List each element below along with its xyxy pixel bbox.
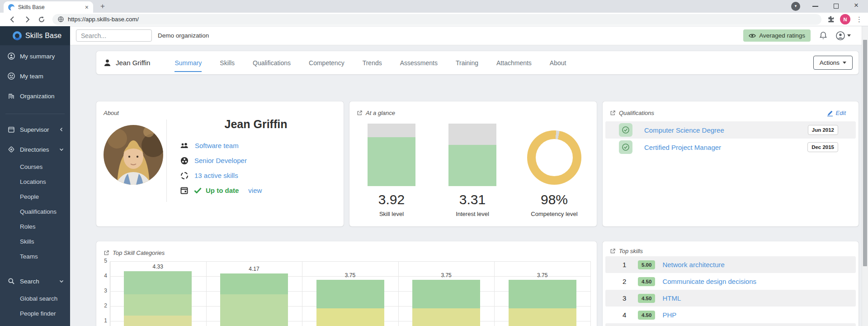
new-tab-button[interactable]: + [98, 1, 108, 11]
sidebar-item-directories[interactable]: Directories [0, 139, 70, 159]
role-row: Senior Developer [174, 153, 338, 168]
top-skills-title: Top skills [610, 248, 643, 254]
skills-base-logo-icon [13, 31, 22, 40]
role-link[interactable]: Senior Developer [194, 157, 247, 164]
interest-level-value: 3.31 [459, 192, 486, 207]
sidebar-item-organization[interactable]: Organization [0, 86, 70, 106]
calendar-icon [180, 187, 188, 194]
check-icon [194, 187, 202, 193]
skills-row: 13 active skills [174, 168, 338, 183]
profile-tabs: Summary Skills Qualifications Competency… [175, 51, 566, 74]
chevron-down-icon [59, 279, 64, 283]
top-skills-list: 1 5.00 Network architecture 2 4.50 Commu… [605, 256, 856, 326]
scrollbar-thumb[interactable] [863, 40, 867, 266]
tab-training[interactable]: Training [456, 51, 478, 74]
sidebar-item-search[interactable]: Search [0, 271, 70, 291]
top-skill-row: 2 4.50 Communicate design decisions [605, 273, 856, 290]
calendar-icon [8, 126, 15, 133]
browser-menu-icon[interactable]: ⋮ [856, 15, 863, 24]
url-field[interactable]: https://app.skills-base.com/ [52, 14, 821, 25]
averaged-ratings-button[interactable]: Averaged ratings [743, 29, 811, 42]
reload-icon[interactable] [38, 15, 46, 24]
tab-summary[interactable]: Summary [175, 51, 202, 74]
view-link[interactable]: view [248, 187, 262, 194]
tab-attachments[interactable]: Attachments [496, 51, 532, 74]
tab-about[interactable]: About [550, 51, 566, 74]
gauge-bar [448, 124, 496, 186]
sidebar-spacer [0, 264, 70, 271]
brand[interactable]: Skills Base [0, 26, 70, 45]
skill-rank: 4 [623, 311, 632, 319]
chart-bar-value: 3.75 [509, 272, 576, 278]
forward-icon[interactable] [23, 15, 31, 24]
edit-qualifications-link[interactable]: Edit [827, 110, 846, 116]
browser-update-icon[interactable]: ▾ [791, 2, 800, 11]
window-close-button[interactable]: × [854, 1, 859, 10]
chart-bar-segment [124, 271, 192, 294]
team-circle-icon [8, 72, 15, 80]
tab-close-icon[interactable]: × [85, 4, 89, 10]
tab-assessments[interactable]: Assessments [400, 51, 438, 74]
tab-qualifications[interactable]: Qualifications [253, 51, 291, 74]
chart-bar-segment [509, 280, 576, 308]
skill-link[interactable]: PHP [662, 311, 676, 319]
qualification-link[interactable]: Certified Project Manager [644, 144, 721, 151]
sidebar-item-people-finder[interactable]: People finder [0, 306, 70, 321]
qualification-link[interactable]: Computer Science Degree [644, 126, 724, 134]
user-menu[interactable] [836, 31, 851, 40]
tab-skills[interactable]: Skills [220, 51, 235, 74]
browser-profile-avatar[interactable]: N [840, 14, 850, 24]
qualification-check-badge [619, 140, 632, 154]
top-skill-row: 1 5.00 Network architecture [605, 256, 856, 273]
chart-group-separator [398, 261, 399, 326]
sidebar-item-qualifications[interactable]: Qualifications [0, 204, 70, 219]
tab-trends[interactable]: Trends [363, 51, 382, 74]
sidebar-item-people[interactable]: People [0, 189, 70, 204]
extensions-puzzle-icon[interactable] [827, 15, 835, 23]
about-divider [166, 120, 167, 202]
active-skills-link[interactable]: 13 active skills [194, 172, 238, 179]
chart-group-separator [206, 261, 207, 326]
globe-icon [58, 16, 64, 22]
tab-competency[interactable]: Competency [309, 51, 344, 74]
skill-score-badge: 4.50 [638, 294, 655, 303]
actions-button[interactable]: Actions [813, 56, 853, 70]
sidebar-item-roles[interactable]: Roles [0, 219, 70, 234]
chart-bar-value: 3.75 [412, 272, 480, 278]
skill-link[interactable]: Network architecture [662, 261, 725, 268]
team-link[interactable]: Software team [195, 142, 239, 149]
sidebar-item-locations[interactable]: Locations [0, 174, 70, 189]
search-input[interactable] [76, 29, 152, 42]
chevron-down-icon [59, 147, 64, 152]
sidebar-item-skills[interactable]: Skills [0, 234, 70, 249]
chart-bar-segment [316, 280, 384, 308]
profile-photo [104, 125, 163, 185]
sidebar-item-my-summary[interactable]: My summary [0, 46, 70, 66]
sidebar-item-supervisor[interactable]: Supervisor [0, 120, 70, 139]
screen: Skills Base × + ▾ × https://app.skills-b… [0, 0, 868, 326]
window-minimize-button[interactable] [812, 6, 818, 7]
top-skill-row-clipped [605, 323, 856, 326]
competency-value: 98% [541, 192, 568, 207]
window-restore-button[interactable] [834, 4, 839, 9]
skill-link[interactable]: Communicate design decisions [662, 278, 756, 285]
chart-group-separator [590, 261, 591, 326]
browser-tab-strip: Skills Base × + ▾ × [0, 0, 868, 13]
chart-bar-segment [220, 294, 288, 326]
url-text: https://app.skills-base.com/ [68, 16, 139, 23]
sidebar-item-global-search[interactable]: Global search [0, 291, 70, 306]
back-icon[interactable] [9, 15, 17, 24]
sidebar-item-my-team[interactable]: My team [0, 66, 70, 86]
chart-y-tick: 3 [99, 288, 107, 294]
chart-bar-value: 4.17 [220, 266, 288, 272]
notifications-bell-icon[interactable] [819, 31, 827, 40]
about-name: Jean Griffin [174, 118, 338, 131]
sidebar-item-courses[interactable]: Courses [0, 159, 70, 174]
skill-rank: 3 [623, 294, 632, 302]
sidebar: Skills Base My summary My team Organizat… [0, 26, 70, 326]
skill-link[interactable]: HTML [662, 294, 681, 302]
sidebar-item-teams[interactable]: Teams [0, 249, 70, 264]
browser-tab[interactable]: Skills Base × [4, 1, 93, 13]
top-skill-row: 3 4.50 HTML [605, 290, 856, 307]
main-content: Jean Griffin Summary Skills Qualificatio… [70, 45, 862, 326]
